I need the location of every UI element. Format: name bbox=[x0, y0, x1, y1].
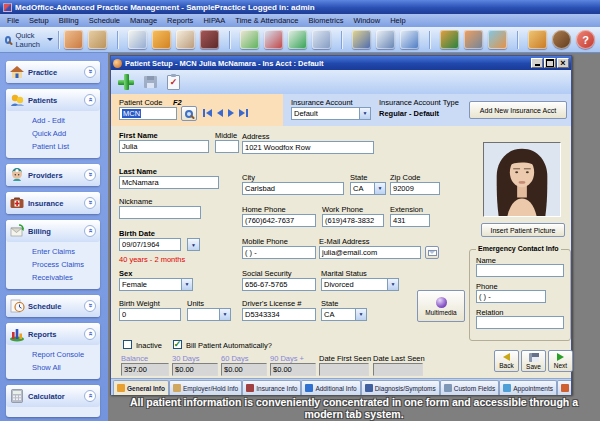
home-phone-input[interactable]: (760)642-7637 bbox=[242, 214, 316, 227]
chevron-down-icon[interactable] bbox=[359, 108, 370, 119]
tab-additional-info[interactable]: Additional Info bbox=[301, 380, 360, 395]
bill-automatically-checkbox[interactable] bbox=[173, 340, 182, 349]
biometrics-icon[interactable] bbox=[552, 30, 571, 49]
emergency-name-input[interactable] bbox=[476, 264, 564, 277]
sidebar-section-calculator[interactable]: Calculator bbox=[6, 385, 100, 407]
menu-billing[interactable]: Billing bbox=[54, 16, 84, 25]
tab-diagnosis-symptoms[interactable]: Diagnosis/Symptoms bbox=[361, 380, 440, 395]
marital-status-select[interactable]: Divorced bbox=[321, 278, 399, 291]
dl-state-select[interactable]: CA bbox=[321, 308, 367, 321]
nickname-input[interactable] bbox=[119, 206, 201, 219]
tab-patient-notes[interactable]: Patient Notes bbox=[557, 380, 571, 395]
collapse-chevron-icon[interactable] bbox=[84, 94, 96, 106]
expand-chevron-icon[interactable] bbox=[84, 300, 96, 312]
notes-icon[interactable] bbox=[176, 30, 195, 49]
sidebar-section-reports[interactable]: Reports bbox=[6, 323, 100, 345]
alerts-icon[interactable] bbox=[528, 30, 547, 49]
sidebar-item-process-claims[interactable]: Process Claims bbox=[32, 258, 98, 271]
collapse-chevron-icon[interactable] bbox=[84, 225, 96, 237]
menu-window[interactable]: Window bbox=[348, 16, 385, 25]
quick-launch[interactable]: Quick Launch bbox=[5, 31, 53, 49]
edit-reports-icon[interactable] bbox=[264, 30, 283, 49]
insurance-account-select[interactable]: Default bbox=[291, 107, 371, 120]
chevron-down-icon[interactable] bbox=[219, 309, 230, 320]
messages-icon[interactable] bbox=[152, 30, 171, 49]
monitor-icon[interactable] bbox=[464, 30, 483, 49]
birth-weight-input[interactable]: 0 bbox=[119, 308, 181, 321]
insert-patient-picture-button[interactable]: Insert Patient Picture bbox=[481, 223, 565, 237]
time-report-icon[interactable] bbox=[376, 30, 395, 49]
camera-icon[interactable] bbox=[200, 30, 219, 49]
expand-chevron-icon[interactable] bbox=[84, 169, 96, 181]
minimize-icon[interactable] bbox=[531, 58, 543, 68]
calc-report-icon[interactable] bbox=[400, 30, 419, 49]
menu-file[interactable]: File bbox=[2, 16, 24, 25]
menu-schedule[interactable]: Schedule bbox=[84, 16, 125, 25]
sidebar-section-providers[interactable]: Providers bbox=[6, 164, 100, 186]
sidebar-section-practice[interactable]: Practice bbox=[6, 61, 100, 83]
city-input[interactable]: Carlsbad bbox=[242, 182, 344, 195]
statements-icon[interactable] bbox=[288, 30, 307, 49]
add-patient-icon[interactable] bbox=[118, 74, 134, 90]
save-icon[interactable] bbox=[144, 76, 157, 88]
sidebar-item-enter-claims[interactable]: Enter Claims bbox=[32, 245, 98, 258]
state-select[interactable]: CA bbox=[350, 182, 386, 195]
tab-insurance-info[interactable]: Insurance Info bbox=[242, 380, 301, 395]
multimedia-button[interactable]: Multimedia bbox=[417, 290, 465, 322]
close-icon[interactable] bbox=[557, 58, 569, 68]
sidebar-item-quick-add[interactable]: Quick Add bbox=[32, 127, 98, 140]
chevron-down-icon[interactable] bbox=[387, 279, 398, 290]
zip-code-input[interactable]: 92009 bbox=[390, 182, 440, 195]
tab-appointments[interactable]: Appointments bbox=[499, 380, 557, 395]
emergency-relation-input[interactable] bbox=[476, 316, 564, 329]
emergency-phone-input[interactable]: ( ) - bbox=[476, 290, 546, 303]
add-new-insurance-button[interactable]: Add New Insurance Acct bbox=[469, 101, 567, 119]
send-claims-icon[interactable] bbox=[240, 30, 259, 49]
back-button[interactable]: Back bbox=[494, 350, 519, 372]
birth-date-input[interactable]: 09/07/1964 bbox=[119, 238, 181, 251]
address-input[interactable]: 1021 Woodfox Row bbox=[242, 141, 374, 154]
help-icon[interactable]: ? bbox=[576, 30, 595, 49]
sidebar-section-billing[interactable]: Billing bbox=[6, 220, 100, 242]
extension-input[interactable]: 431 bbox=[390, 214, 430, 227]
sidebar-item-receivables[interactable]: Receivables bbox=[32, 271, 98, 284]
chevron-down-icon[interactable] bbox=[181, 279, 192, 290]
chevron-down-icon[interactable] bbox=[355, 309, 366, 320]
drivers-license-input[interactable]: D5343334 bbox=[242, 308, 316, 321]
menu-time-attendance[interactable]: Time & Attendance bbox=[230, 16, 303, 25]
expand-chevron-icon[interactable] bbox=[84, 197, 96, 209]
middle-name-input[interactable] bbox=[215, 140, 239, 153]
expand-chevron-icon[interactable] bbox=[84, 66, 96, 78]
patient-card-icon[interactable] bbox=[128, 30, 147, 49]
mobile-phone-input[interactable]: ( ) - bbox=[242, 246, 316, 259]
sidebar-item-show-all[interactable]: Show All bbox=[32, 361, 98, 374]
inactive-checkbox[interactable] bbox=[123, 340, 132, 349]
last-record-icon[interactable] bbox=[239, 109, 248, 117]
work-phone-input[interactable]: (619)478-3832 bbox=[322, 214, 384, 227]
tab-custom-fields[interactable]: Custom Fields bbox=[440, 380, 500, 395]
units-select[interactable] bbox=[187, 308, 231, 321]
first-name-input[interactable]: Julia bbox=[119, 140, 209, 153]
menu-reports[interactable]: Reports bbox=[162, 16, 198, 25]
patient-code-input[interactable]: MCN bbox=[119, 107, 177, 120]
collapse-chevron-icon[interactable] bbox=[84, 390, 96, 402]
email-input[interactable]: julia@email.com bbox=[319, 246, 421, 259]
sidebar-item-patient-list[interactable]: Patient List bbox=[32, 140, 98, 153]
sex-select[interactable]: Female bbox=[119, 278, 193, 291]
first-record-icon[interactable] bbox=[203, 109, 212, 117]
menu-help[interactable]: Help bbox=[385, 16, 410, 25]
tab-employer-hold-info[interactable]: Employer/Hold Info bbox=[169, 380, 242, 395]
verify-icon[interactable] bbox=[167, 75, 180, 90]
sidebar-section-insurance[interactable]: Insurance bbox=[6, 192, 100, 214]
next-button[interactable]: Next bbox=[548, 350, 573, 372]
last-name-input[interactable]: McNamara bbox=[119, 176, 219, 189]
tab-general-info[interactable]: General Info bbox=[113, 380, 169, 395]
sidebar-section-schedule[interactable]: Schedule bbox=[6, 295, 100, 317]
collapse-chevron-icon[interactable] bbox=[84, 328, 96, 340]
vehicle-icon[interactable] bbox=[352, 30, 371, 49]
menu-hipaa[interactable]: HIPAA bbox=[198, 16, 230, 25]
menu-setup[interactable]: Setup bbox=[24, 16, 54, 25]
sidebar-item-report-console[interactable]: Report Console bbox=[32, 348, 98, 361]
sidebar-item-add-edit[interactable]: Add - Edit bbox=[32, 114, 98, 127]
chart-podium-icon[interactable] bbox=[440, 30, 459, 49]
